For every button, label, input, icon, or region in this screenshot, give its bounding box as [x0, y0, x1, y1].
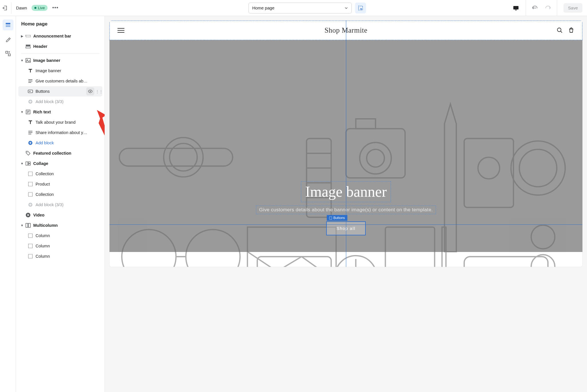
page-selector[interactable]: Home page	[249, 3, 352, 13]
selection-tag: Buttons	[327, 215, 347, 221]
svg-rect-5	[6, 26, 10, 27]
image-icon	[25, 58, 32, 63]
text-t-icon	[27, 120, 34, 125]
caret-down-icon: ▼	[19, 224, 25, 227]
svg-rect-7	[8, 54, 10, 56]
svg-rect-25	[28, 192, 32, 196]
section-video[interactable]: Video	[18, 210, 102, 220]
section-rich-text[interactable]: ▼ Rich text	[18, 107, 102, 117]
block-rich-text-text[interactable]: Share information about y…	[18, 127, 102, 138]
caret-down-icon: ▼	[19, 59, 25, 62]
app-embeds-button[interactable]	[3, 48, 13, 59]
plus-circle-disabled-icon	[27, 202, 34, 207]
svg-rect-30	[28, 234, 32, 238]
placeholder-icon	[27, 172, 34, 176]
divider	[526, 0, 526, 16]
svg-point-43	[478, 157, 500, 179]
block-collage-product[interactable]: Product	[18, 179, 102, 189]
svg-point-19	[27, 152, 28, 153]
svg-point-46	[122, 230, 176, 267]
placeholder-icon	[27, 244, 34, 248]
svg-rect-6	[6, 51, 8, 53]
tag-icon	[25, 151, 32, 156]
svg-point-39	[367, 149, 384, 167]
richtext-icon	[25, 110, 32, 114]
play-circle-icon	[25, 212, 32, 218]
placeholder-icon	[27, 233, 34, 238]
svg-rect-37	[346, 129, 405, 178]
drag-handle-icon[interactable]: ⋮⋮	[95, 89, 99, 94]
block-rich-text-heading[interactable]: Talk about your brand	[18, 117, 102, 127]
caret-down-icon: ▼	[19, 162, 25, 165]
section-header[interactable]: Header	[18, 41, 102, 52]
placeholder-icon	[27, 182, 34, 186]
announcement-icon	[25, 34, 32, 38]
header-icon	[25, 44, 32, 48]
redo-button[interactable]	[543, 3, 553, 13]
exit-editor-button[interactable]	[0, 2, 11, 14]
svg-rect-34	[119, 148, 232, 166]
svg-rect-14	[29, 91, 31, 92]
live-badge: Live	[32, 5, 48, 11]
section-collage[interactable]: ▼ Collage	[18, 158, 102, 169]
sections-panel-button[interactable]	[3, 19, 13, 30]
placeholder-icon	[27, 192, 34, 197]
inspector-toggle-button[interactable]	[355, 3, 366, 13]
svg-point-33	[557, 28, 561, 32]
svg-rect-9	[26, 45, 30, 46]
hamburger-icon[interactable]	[118, 28, 124, 33]
svg-rect-24	[28, 182, 32, 186]
block-multicolumn-1[interactable]: Column	[18, 231, 102, 241]
svg-point-47	[186, 230, 240, 267]
block-multicolumn-2[interactable]: Column	[18, 241, 102, 251]
section-image-banner[interactable]: ▼ Image banner	[18, 55, 102, 66]
save-button[interactable]: Save	[563, 3, 582, 13]
svg-rect-23	[28, 172, 32, 176]
section-multicolumn[interactable]: ▼ Multicolumn	[18, 220, 102, 231]
svg-rect-20	[26, 162, 28, 165]
desktop-view-button[interactable]	[510, 2, 522, 14]
block-image-banner-heading[interactable]: Image banner	[18, 66, 102, 76]
caret-down-icon: ▼	[19, 110, 25, 114]
svg-rect-29	[28, 223, 30, 227]
block-multicolumn-3[interactable]: Column	[18, 251, 102, 261]
divider	[21, 53, 99, 54]
text-t-icon	[27, 68, 34, 73]
svg-point-15	[90, 91, 91, 92]
add-block-collage: Add block (3/3)	[18, 200, 102, 210]
block-image-banner-buttons[interactable]: Buttons ⋮⋮	[18, 86, 102, 96]
svg-rect-21	[28, 162, 30, 163]
placeholder-icon	[27, 254, 34, 259]
add-block-image-banner: Add block (3/3)	[18, 96, 102, 107]
block-collage-collection-2[interactable]: Collection	[18, 189, 102, 200]
section-announcement-bar[interactable]: ▶ Announcement bar	[18, 31, 102, 41]
cart-icon[interactable]	[568, 27, 574, 34]
svg-rect-11	[26, 58, 30, 62]
svg-rect-40	[356, 119, 375, 129]
svg-rect-22	[28, 164, 30, 165]
add-block-rich-text[interactable]: Add block	[18, 138, 102, 148]
svg-rect-42	[464, 139, 514, 208]
guide-line	[109, 224, 582, 225]
plus-circle-disabled-icon	[27, 99, 34, 104]
caret-right-icon: ▶	[19, 34, 25, 38]
theme-name: Dawn	[16, 5, 27, 10]
block-image-banner-text[interactable]: Give customers details ab…	[18, 76, 102, 86]
block-collage-collection-1[interactable]: Collection	[18, 169, 102, 179]
svg-rect-8	[26, 35, 30, 37]
paragraph-icon	[27, 131, 34, 135]
svg-point-45	[519, 149, 557, 187]
svg-rect-10	[26, 47, 30, 48]
divider	[557, 0, 557, 16]
search-icon[interactable]	[557, 27, 563, 34]
svg-rect-28	[26, 223, 28, 227]
svg-point-36	[170, 143, 197, 171]
guide-line	[346, 21, 346, 267]
paragraph-icon	[27, 79, 34, 83]
more-menu-button[interactable]: •••	[52, 5, 58, 11]
undo-button[interactable]	[530, 3, 540, 13]
chevron-down-icon	[345, 6, 348, 10]
theme-settings-button[interactable]	[3, 34, 13, 45]
section-featured-collection[interactable]: Featured collection	[18, 148, 102, 158]
visibility-toggle-button[interactable]	[86, 87, 94, 95]
